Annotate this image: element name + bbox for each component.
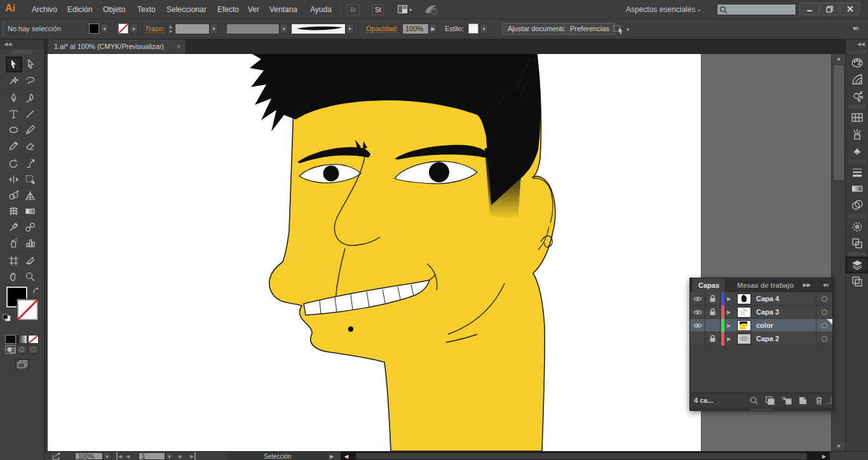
visibility-toggle[interactable]: [690, 332, 705, 346]
workspace-switcher[interactable]: Aspectos esenciales ▾: [626, 0, 700, 19]
tools-panel-grip[interactable]: [13, 50, 31, 55]
next-artboard-icon[interactable]: ▶: [179, 452, 182, 460]
search-input[interactable]: [730, 5, 794, 14]
menu-ayuda[interactable]: Ayuda: [304, 0, 338, 19]
layer-thumbnail[interactable]: [737, 334, 751, 344]
swatches-panel-icon[interactable]: [846, 109, 868, 126]
locate-object-icon[interactable]: [749, 396, 759, 407]
layer-name[interactable]: color: [756, 319, 773, 332]
dock-grip[interactable]: [849, 214, 865, 218]
panel-menu-icon[interactable]: ▾≡: [823, 278, 829, 292]
visibility-toggle[interactable]: [690, 319, 705, 332]
free-transform-tool[interactable]: [22, 172, 39, 187]
rotate-tool[interactable]: [6, 156, 22, 172]
layer-thumbnail[interactable]: [737, 320, 751, 331]
panel-bottom-grip[interactable]: [690, 407, 832, 411]
artboard-dropdown[interactable]: ▾: [165, 452, 173, 460]
scroll-up-icon[interactable]: ▲: [832, 54, 846, 64]
arrange-documents-icon[interactable]: [397, 4, 408, 15]
artboard[interactable]: [48, 54, 701, 451]
dock-grip[interactable]: [849, 252, 865, 256]
menu-archivo[interactable]: Archivo: [25, 0, 64, 19]
stroke-panel-icon[interactable]: [846, 164, 868, 180]
minimize-button[interactable]: [799, 3, 819, 15]
menu-seleccionar[interactable]: Seleccionar: [160, 0, 213, 19]
opacity-field[interactable]: 100%: [402, 24, 429, 34]
first-artboard-icon[interactable]: ◀: [116, 452, 122, 460]
lock-toggle[interactable]: [705, 319, 721, 332]
expand-triangle-icon[interactable]: ▶: [727, 306, 736, 319]
resize-grip[interactable]: [826, 396, 832, 406]
curvature-pen-tool[interactable]: [22, 90, 39, 106]
delete-layer-icon[interactable]: [815, 396, 824, 407]
opacity-spinner[interactable]: ▶: [429, 24, 437, 34]
layer-row-capa3[interactable]: ▶ Capa 3: [690, 306, 832, 319]
layer-name[interactable]: Capa 3: [756, 306, 779, 319]
gradient-tool[interactable]: [22, 203, 39, 219]
isolate-dropdown[interactable]: ▾: [627, 27, 629, 32]
dock-grip[interactable]: [849, 105, 865, 109]
dock-grip[interactable]: [849, 159, 865, 163]
eraser-tool[interactable]: [22, 138, 39, 154]
brush-definition-field[interactable]: [291, 24, 346, 34]
menu-texto[interactable]: Texto: [131, 0, 162, 19]
control-bar-grip[interactable]: [2, 22, 4, 37]
lock-toggle[interactable]: [705, 306, 721, 319]
clipping-mask-icon[interactable]: [765, 396, 775, 407]
artboard-tool[interactable]: [6, 253, 22, 269]
layer-row-capa4[interactable]: ▶ Capa 4: [690, 292, 832, 306]
layers-panel-icon[interactable]: [846, 257, 868, 273]
arrange-documents-dropdown[interactable]: ▾: [409, 7, 412, 13]
stroke-weight-field[interactable]: [175, 24, 210, 34]
bridge-button[interactable]: Br: [347, 4, 360, 15]
last-artboard-icon[interactable]: ▶: [190, 452, 196, 460]
symbol-sprayer-tool[interactable]: [6, 235, 22, 251]
zoom-dropdown[interactable]: ▾: [103, 452, 111, 460]
lasso-tool[interactable]: [22, 72, 39, 88]
artboards-panel-icon[interactable]: [846, 273, 868, 290]
draw-behind-button[interactable]: [17, 345, 27, 354]
gradient-mode-button[interactable]: [17, 335, 27, 344]
pencil-tool[interactable]: [6, 138, 22, 154]
artboards-mini-panel-icon[interactable]: [846, 235, 868, 252]
isolate-selection-icon[interactable]: [613, 24, 625, 36]
menu-edicion[interactable]: Edición: [61, 0, 98, 19]
dock-grip[interactable]: [849, 50, 865, 54]
variable-width-field[interactable]: [226, 24, 280, 34]
search-box[interactable]: [717, 4, 796, 15]
mesh-tool[interactable]: [6, 203, 22, 219]
lock-toggle[interactable]: [705, 332, 721, 346]
expand-triangle-icon[interactable]: ▶: [727, 332, 736, 346]
opacity-label[interactable]: Opacidad:: [366, 25, 398, 33]
direct-selection-tool[interactable]: [22, 57, 39, 72]
layer-row-capa2[interactable]: ▶ Capa 2: [690, 332, 832, 346]
close-button[interactable]: [840, 3, 860, 15]
tab-mesas-de-trabajo[interactable]: Mesas de trabajo: [732, 278, 799, 292]
stroke-color-swatch[interactable]: [118, 24, 128, 34]
zoom-level-field[interactable]: 100%: [75, 452, 103, 460]
preferences-button[interactable]: Preferencias: [564, 23, 615, 35]
color-mode-button[interactable]: [5, 335, 16, 344]
restore-button[interactable]: [820, 3, 839, 15]
target-circle[interactable]: [816, 332, 832, 346]
vertical-scrollbar[interactable]: ▲ ▼: [831, 54, 845, 451]
hand-tool[interactable]: [6, 269, 22, 285]
status-display[interactable]: Selección: [227, 452, 328, 460]
type-tool[interactable]: [6, 106, 22, 122]
draw-inside-button[interactable]: [28, 345, 39, 354]
magic-wand-tool[interactable]: [6, 72, 22, 88]
swap-fill-stroke-icon[interactable]: [32, 287, 41, 297]
tools-collapse-icon[interactable]: ◀◀: [0, 39, 44, 49]
visibility-toggle[interactable]: [690, 292, 705, 306]
publish-icon[interactable]: [52, 452, 62, 460]
lock-toggle[interactable]: [705, 292, 721, 306]
menu-ver[interactable]: Ver: [241, 0, 266, 19]
brush-definition-dropdown[interactable]: ▾: [346, 24, 354, 34]
dock-collapse-icon[interactable]: ◀◀: [846, 39, 868, 50]
ellipse-tool[interactable]: [6, 122, 22, 138]
style-swatch[interactable]: [468, 24, 478, 34]
control-panel-menu-icon[interactable]: ▾≡: [853, 25, 858, 32]
symbols-panel-icon[interactable]: ♣: [846, 142, 868, 159]
menu-ventana[interactable]: Ventana: [263, 0, 304, 19]
target-circle[interactable]: [816, 306, 832, 319]
